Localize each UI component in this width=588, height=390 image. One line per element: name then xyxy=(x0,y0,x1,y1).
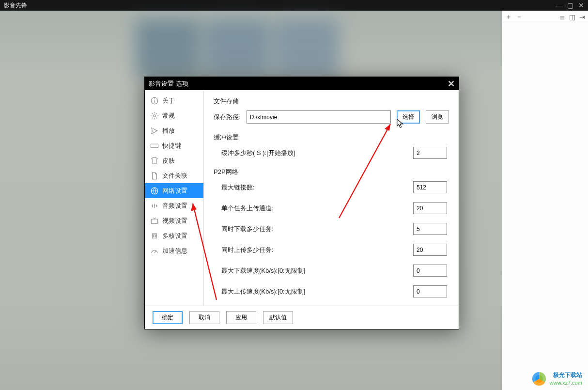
section-p2p-title: P2P网络 xyxy=(214,168,449,176)
nav-network[interactable]: 网络设置 xyxy=(145,183,203,198)
nav-label: 网络设置 xyxy=(162,187,187,195)
cpu-icon xyxy=(150,231,159,241)
dl-tasks-label: 同时下载多少任务: xyxy=(221,225,347,234)
section-storage-title: 文件存储 xyxy=(214,97,449,106)
nav-about[interactable]: 关于 xyxy=(145,93,203,108)
maximize-icon[interactable]: ▢ xyxy=(567,1,573,9)
max-dl-speed-label: 最大下载速度(Kb/s):[0:无限制] xyxy=(221,266,347,275)
tv-icon xyxy=(150,216,159,226)
keyboard-icon xyxy=(150,141,159,151)
save-path-label: 保存路径: xyxy=(214,113,241,122)
upload-channel-input[interactable] xyxy=(413,202,447,214)
nav-label: 多核设置 xyxy=(162,232,187,240)
dialog-titlebar: 影音设置 选项 ✕ xyxy=(145,77,459,90)
dialog-footer: 确定 取消 应用 默认值 xyxy=(145,306,459,329)
svg-point-2 xyxy=(155,98,155,99)
app-title: 影音先锋 xyxy=(4,1,27,10)
nav-label: 关于 xyxy=(162,96,175,105)
side-panel-toolbar: ＋ － ≣ ◫ ⇥ xyxy=(502,11,588,23)
remove-icon[interactable]: － xyxy=(516,13,523,21)
watermark-logo-icon xyxy=(532,372,546,386)
collapse-icon[interactable]: ⇥ xyxy=(579,13,585,21)
nav-label: 播放 xyxy=(162,126,175,135)
list-icon[interactable]: ≣ xyxy=(559,13,565,21)
nav-accel[interactable]: 加速信息 xyxy=(145,243,203,258)
nav-label: 皮肤 xyxy=(162,156,175,165)
nav-skin[interactable]: 皮肤 xyxy=(145,153,203,168)
nav-label: 常规 xyxy=(162,111,175,120)
info-icon xyxy=(150,96,159,106)
select-path-button[interactable]: 选择 xyxy=(397,110,420,124)
max-dl-speed-input[interactable] xyxy=(413,265,447,277)
nav-multicore[interactable]: 多核设置 xyxy=(145,228,203,243)
grid-icon[interactable]: ◫ xyxy=(569,13,575,21)
svg-rect-10 xyxy=(151,219,158,223)
app-titlebar: 影音先锋 ― ▢ ✕ xyxy=(0,0,588,11)
ul-tasks-label: 同时上传多少任务: xyxy=(221,246,347,254)
svg-point-3 xyxy=(154,114,156,117)
nav-label: 快捷键 xyxy=(162,141,181,150)
nav-audio[interactable]: 音频设置 xyxy=(145,198,203,213)
watermark-line2: www.xz7.com xyxy=(550,380,582,386)
ok-button[interactable]: 确定 xyxy=(153,311,183,324)
nav-hotkey[interactable]: 快捷键 xyxy=(145,138,203,153)
settings-content: 文件存储 保存路径: 选择 浏览 缓冲设置 缓冲多少秒( S ):[开始播放] … xyxy=(204,90,459,306)
nav-general[interactable]: 常规 xyxy=(145,108,203,123)
settings-dialog: 影音设置 选项 ✕ 关于 常规 播放 快捷键 皮肤 xyxy=(144,77,459,329)
dialog-close-icon[interactable]: ✕ xyxy=(448,78,455,89)
nav-fileassoc[interactable]: 文件关联 xyxy=(145,168,203,183)
dialog-title: 影音设置 选项 xyxy=(149,79,188,88)
apply-button[interactable]: 应用 xyxy=(226,311,256,324)
nav-video[interactable]: 视频设置 xyxy=(145,213,203,228)
nav-label: 视频设置 xyxy=(162,217,187,225)
globe-icon xyxy=(150,186,159,196)
file-icon xyxy=(150,171,159,181)
nav-playback[interactable]: 播放 xyxy=(145,123,203,138)
watermark: 极光下载站 www.xz7.com xyxy=(532,371,582,386)
gauge-icon xyxy=(150,246,159,256)
default-button[interactable]: 默认值 xyxy=(263,311,293,324)
section-buffer-title: 缓冲设置 xyxy=(214,133,449,142)
save-path-input[interactable] xyxy=(247,110,391,124)
nav-label: 音频设置 xyxy=(162,202,187,210)
settings-nav: 关于 常规 播放 快捷键 皮肤 文件关联 xyxy=(145,90,204,306)
background-thumbnails xyxy=(136,19,339,78)
minimize-icon[interactable]: ― xyxy=(556,1,562,9)
play-icon xyxy=(150,126,159,136)
side-panel: ＋ － ≣ ◫ ⇥ xyxy=(502,11,588,390)
dl-tasks-input[interactable] xyxy=(413,223,447,235)
add-icon[interactable]: ＋ xyxy=(505,13,512,21)
upload-channel-label: 单个任务上传通道: xyxy=(221,204,347,213)
svg-rect-11 xyxy=(153,234,157,238)
buffer-sec-input[interactable] xyxy=(413,147,447,159)
browse-path-button[interactable]: 浏览 xyxy=(426,110,449,124)
max-conn-label: 最大链接数: xyxy=(221,183,347,192)
max-conn-input[interactable] xyxy=(413,181,447,193)
gear-icon xyxy=(150,111,159,121)
audio-icon xyxy=(150,201,159,211)
buffer-sec-label: 缓冲多少秒( S ):[开始播放] xyxy=(221,149,347,157)
tshirt-icon xyxy=(150,156,159,166)
svg-rect-4 xyxy=(151,144,158,148)
nav-label: 文件关联 xyxy=(162,172,187,180)
close-app-icon[interactable]: ✕ xyxy=(578,1,584,9)
cancel-button[interactable]: 取消 xyxy=(189,311,219,324)
watermark-line1: 极光下载站 xyxy=(553,372,582,378)
svg-line-13 xyxy=(155,250,156,253)
ul-tasks-input[interactable] xyxy=(413,244,447,256)
svg-rect-12 xyxy=(154,234,156,237)
nav-label: 加速信息 xyxy=(162,247,187,255)
max-ul-speed-input[interactable] xyxy=(413,285,447,297)
max-ul-speed-label: 最大上传速度(Kb/s):[0:无限制] xyxy=(221,287,347,296)
